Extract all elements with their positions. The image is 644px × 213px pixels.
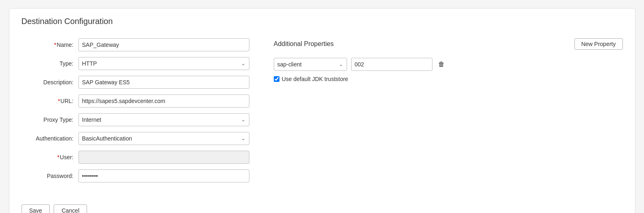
new-property-button[interactable]: New Property [574, 38, 623, 50]
password-label: Password: [22, 173, 79, 179]
user-input[interactable] [79, 151, 249, 164]
name-label: *Name: [22, 42, 79, 48]
type-select[interactable]: HTTP HTTPS MAIL [79, 57, 249, 70]
password-row: Password: [22, 169, 249, 182]
proxy-type-select-wrapper: Internet OnPremise ⌄ [79, 113, 249, 126]
additional-props-header: Additional Properties New Property [274, 38, 623, 50]
description-row: Description: [22, 76, 249, 89]
url-label: *URL: [22, 98, 79, 104]
property-key-select-wrapper: sap-client sap-language ⌄ [274, 58, 347, 71]
name-input[interactable] [79, 38, 249, 51]
trash-icon [438, 61, 445, 68]
authentication-select[interactable]: BasicAuthentication NoAuthentication OAu… [79, 132, 249, 145]
form-section: *Name: Type: HTTP HTTPS MAIL ⌄ Descr [22, 38, 249, 188]
jdk-truststore-row: Use default JDK truststore [274, 76, 623, 82]
description-label: Description: [22, 79, 79, 86]
proxy-type-select[interactable]: Internet OnPremise [79, 113, 249, 126]
authentication-row: Authentication: BasicAuthentication NoAu… [22, 132, 249, 145]
type-select-wrapper: HTTP HTTPS MAIL ⌄ [79, 57, 249, 70]
user-row: *User: [22, 151, 249, 164]
property-row: sap-client sap-language ⌄ [274, 58, 623, 71]
name-required-star: * [54, 42, 56, 48]
cancel-button[interactable]: Cancel [54, 204, 87, 213]
url-row: *URL: [22, 94, 249, 108]
name-row: *Name: [22, 38, 249, 51]
save-button[interactable]: Save [22, 204, 50, 213]
page-title: Destination Configuration [22, 17, 623, 26]
jdk-truststore-label: Use default JDK truststore [282, 76, 348, 82]
destination-configuration-panel: Destination Configuration *Name: Type: H… [9, 8, 635, 213]
user-label: *User: [22, 154, 79, 160]
delete-property-button[interactable] [437, 59, 446, 70]
property-value-input[interactable] [351, 58, 432, 71]
url-input[interactable] [79, 94, 249, 108]
jdk-truststore-checkbox[interactable] [274, 76, 279, 82]
type-label: Type: [22, 60, 79, 67]
user-required-star: * [57, 154, 59, 160]
footer-buttons: Save Cancel [22, 204, 623, 213]
authentication-select-wrapper: BasicAuthentication NoAuthentication OAu… [79, 132, 249, 145]
proxy-type-label: Proxy Type: [22, 116, 79, 123]
additional-properties-section: Additional Properties New Property sap-c… [274, 38, 623, 188]
content-wrapper: *Name: Type: HTTP HTTPS MAIL ⌄ Descr [22, 38, 623, 188]
description-input[interactable] [79, 76, 249, 89]
additional-properties-title: Additional Properties [274, 40, 334, 48]
type-row: Type: HTTP HTTPS MAIL ⌄ [22, 57, 249, 70]
url-required-star: * [58, 98, 60, 104]
authentication-label: Authentication: [22, 135, 79, 142]
proxy-type-row: Proxy Type: Internet OnPremise ⌄ [22, 113, 249, 126]
property-key-select[interactable]: sap-client sap-language [274, 58, 347, 71]
password-input[interactable] [79, 169, 249, 182]
